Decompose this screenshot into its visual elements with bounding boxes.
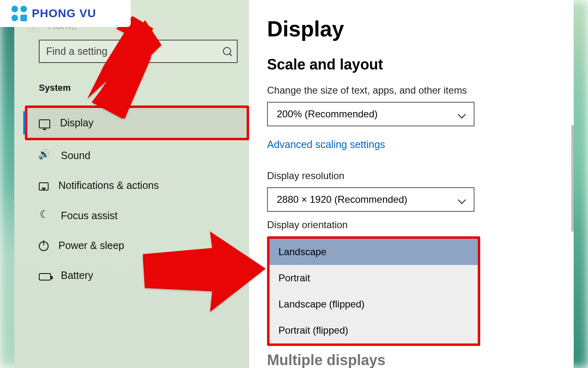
settings-main: Display Scale and layout Change the size… (249, 0, 574, 368)
logo-text: PHONG VU (32, 7, 96, 20)
display-icon (39, 119, 50, 128)
sidebar-item-notifications[interactable]: Notifications & actions (14, 171, 249, 200)
scrollbar[interactable] (571, 125, 574, 232)
power-icon (39, 241, 49, 251)
sidebar-item-label: Power & sleep (58, 240, 124, 251)
page-title: Display (267, 16, 570, 41)
sidebar-item-focus-assist[interactable]: Focus assist (14, 200, 249, 231)
resolution-value: 2880 × 1920 (Recommended) (277, 194, 408, 205)
chevron-down-icon (458, 195, 466, 204)
advanced-scaling-link[interactable]: Advanced scaling settings (267, 139, 385, 150)
orientation-option-portrait[interactable]: Portrait (270, 265, 478, 291)
orientation-option-landscape-flipped[interactable]: Landscape (flipped) (270, 291, 478, 317)
logo-icon (11, 6, 27, 21)
sidebar-item-label: Notifications & actions (58, 180, 159, 191)
watermark-logo: PHONG VU (0, 0, 131, 27)
sound-icon (39, 149, 51, 162)
scale-value: 200% (Recommended) (277, 108, 378, 120)
chevron-down-icon (458, 110, 466, 118)
sidebar-item-label: Battery (61, 269, 93, 281)
focus-assist-icon (39, 209, 51, 222)
resolution-label: Display resolution (267, 170, 570, 182)
battery-icon (39, 273, 51, 280)
sidebar-item-label: Sound (61, 150, 90, 162)
section-scale-layout: Scale and layout (267, 56, 570, 73)
resolution-dropdown[interactable]: 2880 × 1920 (Recommended) (267, 187, 474, 212)
annotation-arrow (84, 16, 165, 123)
annotation-arrow (143, 230, 265, 312)
scale-label: Change the size of text, apps, and other… (267, 85, 570, 96)
scale-dropdown[interactable]: 200% (Recommended) (267, 102, 474, 126)
orientation-option-landscape[interactable]: Landscape (270, 239, 478, 265)
section-multiple-displays: Multiple displays (267, 352, 570, 368)
orientation-dropdown-open[interactable]: Landscape Portrait Landscape (flipped) P… (267, 236, 480, 346)
sidebar-item-label: Focus assist (61, 210, 118, 222)
sidebar-item-sound[interactable]: Sound (14, 140, 249, 171)
orientation-option-portrait-flipped[interactable]: Portrait (flipped) (270, 317, 478, 343)
notifications-icon (39, 182, 49, 191)
svg-marker-2 (143, 232, 265, 312)
search-icon (223, 47, 232, 56)
orientation-label: Display orientation (267, 219, 570, 231)
